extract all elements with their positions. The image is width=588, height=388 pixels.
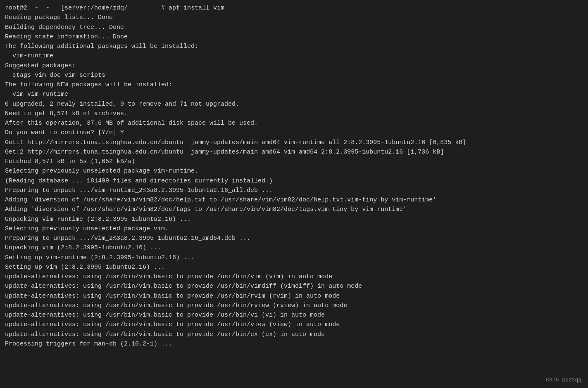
terminal-line-32: update-alternatives: using /usr/bin/vim.… (5, 301, 583, 310)
terminal-line-22: Adding 'diversion of /usr/share/vim/vim8… (5, 205, 583, 214)
terminal-line-21: Adding 'diversion of /usr/share/vim/vim8… (5, 195, 583, 205)
watermark: CSDN @pzzqq (546, 377, 581, 383)
terminal-line-9: The following NEW packages will be insta… (5, 80, 583, 90)
terminal-line-25: Preparing to unpack .../vim_2%3a8.2.3995… (5, 234, 583, 243)
terminal-line-11: 0 upgraded, 2 newly installed, 0 to remo… (5, 99, 583, 109)
terminal-line-2: Reading package lists... Done (5, 13, 583, 22)
terminal-line-30: update-alternatives: using /usr/bin/vim.… (5, 282, 583, 291)
terminal-line-27: Setting up vim-runtime (2:8.2.3995-1ubun… (5, 253, 583, 263)
terminal-line-15: Get:1 http://mirrors.tuna.tsinghua.edu.c… (5, 138, 583, 147)
terminal-line-20: Preparing to unpack .../vim-runtime_2%3a… (5, 186, 583, 195)
terminal-line-1: root@2 - - [server:/home/zdq/_ # apt ins… (5, 3, 583, 13)
terminal-line-12: Need to get 8,571 kB of archives. (5, 109, 583, 118)
terminal-line-33: update-alternatives: using /usr/bin/vim.… (5, 310, 583, 320)
terminal-line-35: update-alternatives: using /usr/bin/vim.… (5, 330, 583, 339)
terminal-line-6: vim-runtime (5, 51, 583, 61)
terminal-line-36: Processing triggers for man-db (2.10.2-1… (5, 339, 583, 349)
terminal-line-4: Reading state information... Done (5, 32, 583, 42)
terminal-line-10: vim vim-runtime (5, 90, 583, 99)
terminal-line-16: Get:2 http://mirrors.tuna.tsinghua.edu.c… (5, 147, 583, 157)
terminal-line-34: update-alternatives: using /usr/bin/vim.… (5, 320, 583, 329)
terminal-line-19: (Reading database ... 181499 files and d… (5, 176, 583, 186)
terminal-line-18: Selecting previously unselected package … (5, 166, 583, 176)
terminal-line-26: Unpacking vim (2:8.2.3995-1ubuntu2.16) .… (5, 243, 583, 253)
terminal-line-23: Unpacking vim-runtime (2:8.2.3995-1ubunt… (5, 215, 583, 224)
terminal-line-29: update-alternatives: using /usr/bin/vim.… (5, 272, 583, 282)
terminal-window: root@2 - - [server:/home/zdq/_ # apt ins… (0, 0, 588, 388)
terminal-line-17: Fetched 8,571 kB in 5s (1,652 kB/s) (5, 157, 583, 166)
terminal-line-8: ctags vim-doc vim-scripts (5, 71, 583, 80)
terminal-line-5: The following additional packages will b… (5, 42, 583, 51)
terminal-line-24: Selecting previously unselected package … (5, 224, 583, 234)
terminal-line-14: Do you want to continue? [Y/n] Y (5, 128, 583, 137)
terminal-line-13: After this operation, 37.6 MB of additio… (5, 118, 583, 128)
terminal-line-7: Suggested packages: (5, 61, 583, 71)
terminal-line-28: Setting up vim (2:8.2.3995-1ubuntu2.16) … (5, 263, 583, 272)
terminal-line-3: Building dependency tree... Done (5, 23, 583, 32)
terminal-output: root@2 - - [server:/home/zdq/_ # apt ins… (5, 3, 583, 349)
terminal-line-31: update-alternatives: using /usr/bin/vim.… (5, 291, 583, 301)
